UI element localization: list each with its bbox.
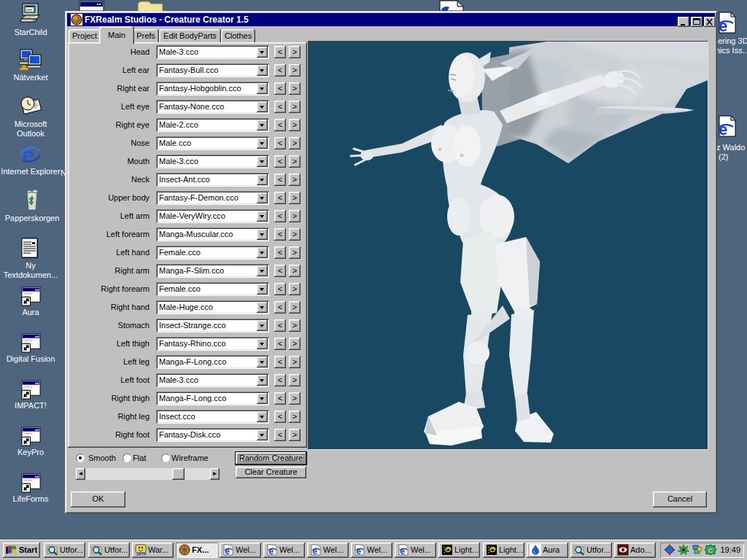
svg-text:APTP: APTP [136, 552, 147, 556]
svg-text:e: e [312, 546, 317, 556]
svg-text:e: e [400, 546, 405, 556]
svg-text:C: C [708, 547, 713, 554]
svg-text:e: e [719, 17, 727, 34]
svg-text:e: e [268, 546, 274, 556]
svg-text:e: e [225, 546, 230, 556]
svg-text:e: e [719, 120, 727, 137]
svg-text:e: e [356, 546, 361, 556]
